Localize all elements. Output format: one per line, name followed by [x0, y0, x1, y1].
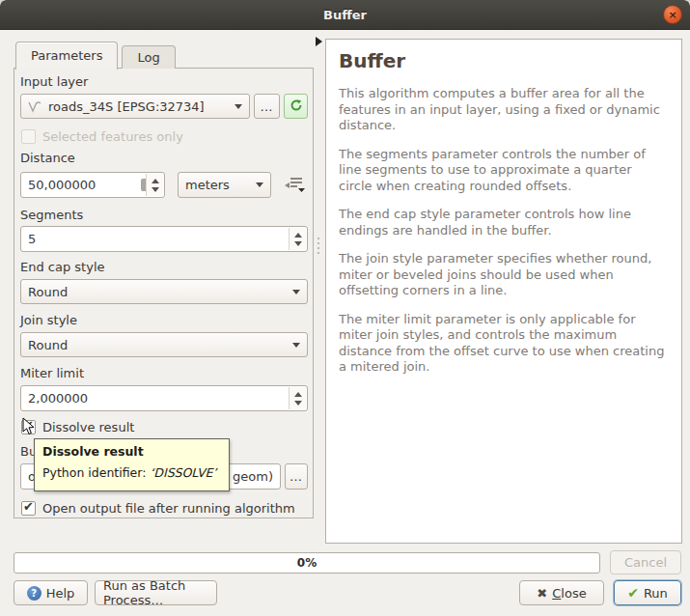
selected-features-checkbox: Selected features only	[21, 128, 183, 145]
spin-up-icon	[294, 392, 302, 397]
distance-spinner[interactable]	[146, 174, 163, 196]
run-check-icon: ✔	[627, 585, 639, 601]
open-output-checkbox[interactable]: ✔ Open output file after running algorit…	[21, 500, 295, 517]
spin-down-icon	[152, 187, 159, 192]
vector-line-layer-icon	[28, 100, 42, 113]
end-cap-style-label: End cap style	[20, 260, 105, 275]
tooltip-title: Dissolve result	[42, 444, 221, 459]
cancel-button[interactable]: Cancel	[610, 550, 681, 574]
input-layer-label: Input layer	[20, 74, 88, 90]
iterate-over-layer-button[interactable]	[284, 94, 308, 119]
help-paragraph: The end cap style parameter controls how…	[339, 207, 669, 238]
help-paragraph: The miter limit parameter is only applic…	[339, 312, 669, 376]
segments-spinner[interactable]	[289, 228, 306, 250]
distance-units-value: meters	[185, 178, 230, 192]
miter-limit-value: 2,000000	[28, 391, 88, 406]
dissolve-label: Dissolve result	[42, 420, 134, 435]
selected-features-label: Selected features only	[42, 129, 183, 145]
close-label: Close	[552, 586, 586, 601]
end-cap-style-select[interactable]: Round	[20, 279, 308, 304]
distance-units-select[interactable]: meters	[178, 172, 271, 198]
join-style-select[interactable]: Round	[20, 332, 308, 357]
spin-up-icon	[294, 233, 302, 238]
join-style-value: Round	[28, 338, 68, 352]
help-panel: Buffer This algorithm computes a buffer …	[325, 39, 682, 544]
iterate-icon	[290, 98, 303, 115]
chevron-down-icon	[235, 104, 242, 109]
close-button[interactable]: ✖ Close	[519, 580, 604, 605]
distance-input[interactable]: 50,000000 ×	[20, 172, 165, 198]
spin-down-icon	[294, 401, 302, 406]
ellipsis-icon: …	[261, 99, 274, 114]
checkbox-unchecked-icon	[21, 129, 36, 144]
tooltip-python-identifier: ‘DISSOLVE’	[150, 465, 216, 480]
miter-limit-input[interactable]: 2,000000	[20, 385, 308, 411]
help-icon: ?	[27, 586, 41, 601]
close-x-icon: ✖	[537, 586, 547, 601]
input-layer-select[interactable]: roads_34S [EPSG:32734]	[20, 94, 250, 119]
help-label: Help	[46, 586, 75, 601]
tab-bar: Parameters Log	[15, 41, 179, 69]
progress-bar: 0%	[14, 552, 600, 574]
spin-up-icon	[152, 179, 159, 183]
window-close-button[interactable]: ×	[663, 5, 682, 24]
help-paragraph: The join style parameter specifies wheth…	[339, 251, 669, 299]
segments-input[interactable]: 5	[20, 226, 308, 252]
segments-value: 5	[28, 232, 36, 246]
window-title: Buffer	[323, 8, 367, 22]
miter-limit-spinner[interactable]	[289, 387, 306, 409]
mouse-cursor-icon	[22, 417, 36, 439]
spin-down-icon	[294, 241, 302, 246]
help-paragraph: This algorithm computes a buffer area fo…	[339, 86, 669, 134]
open-output-label: Open output file after running algorithm	[42, 501, 295, 517]
chevron-down-icon	[256, 182, 263, 187]
tooltip-body: Python identifier: ‘DISSOLVE’	[42, 465, 221, 480]
distance-value: 50,000000	[28, 178, 96, 192]
titlebar[interactable]: Buffer ×	[0, 0, 690, 30]
end-cap-style-value: Round	[28, 285, 68, 299]
help-title: Buffer	[339, 49, 669, 72]
distance-label: Distance	[20, 151, 75, 166]
segments-label: Segments	[20, 208, 83, 223]
input-layer-value: roads_34S [EPSG:32734]	[48, 99, 205, 114]
tab-log[interactable]: Log	[122, 45, 175, 69]
run-button[interactable]: ✔ Run	[614, 580, 681, 605]
data-defined-override-button[interactable]	[284, 175, 307, 197]
output-path-end: geom)	[233, 469, 273, 484]
checkbox-checked-icon: ✔	[21, 501, 36, 516]
run-as-batch-button[interactable]: Run as Batch Process…	[95, 580, 217, 605]
chevron-down-icon	[292, 290, 300, 294]
help-panel-collapse-icon[interactable]	[316, 37, 322, 46]
cancel-label: Cancel	[624, 555, 667, 570]
run-label: Run	[644, 586, 668, 601]
buffered-output-browse-button[interactable]: …	[285, 463, 308, 490]
dissolve-checkbox[interactable]: ✔ Dissolve result	[21, 419, 134, 435]
join-style-label: Join style	[20, 313, 77, 328]
chevron-down-icon	[292, 343, 300, 348]
dissolve-tooltip: Dissolve result Python identifier: ‘DISS…	[34, 438, 230, 491]
run-as-batch-label: Run as Batch Process…	[103, 578, 208, 607]
buffer-dialog: Buffer × Parameters Log Input layer road…	[0, 0, 690, 616]
close-icon: ×	[668, 10, 676, 20]
tab-parameters[interactable]: Parameters	[15, 42, 118, 70]
miter-limit-label: Miter limit	[20, 366, 84, 381]
help-paragraph: The segments parameter controls the numb…	[339, 147, 669, 195]
help-button[interactable]: ? Help	[14, 580, 88, 605]
splitter-handle[interactable]	[317, 238, 319, 254]
ellipsis-icon: …	[290, 469, 303, 484]
input-layer-browse-button[interactable]: …	[254, 94, 280, 119]
progress-value: 0%	[297, 556, 317, 570]
